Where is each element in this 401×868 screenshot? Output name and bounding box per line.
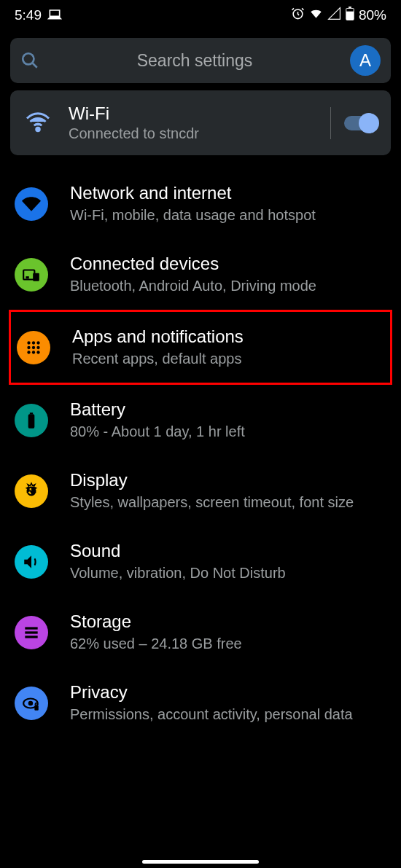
status-time: 5:49 [15, 7, 42, 23]
svg-point-12 [27, 345, 30, 348]
wifi-status-icon [309, 7, 323, 24]
settings-item-display[interactable]: Display Styles, wallpapers, screen timeo… [0, 455, 401, 526]
wifi-icon [25, 109, 54, 138]
search-bar[interactable]: Search settings A [10, 38, 391, 83]
item-subtitle: Volume, vibration, Do Not Disturb [70, 563, 386, 582]
svg-point-11 [36, 341, 39, 344]
item-subtitle: Recent apps, default apps [72, 349, 384, 368]
network-icon [15, 187, 48, 221]
svg-rect-19 [30, 413, 33, 414]
wifi-quick-card[interactable]: Wi-Fi Connected to stncdr [10, 90, 391, 155]
svg-rect-18 [28, 414, 35, 429]
item-title: Connected devices [70, 254, 386, 274]
apps-icon [17, 331, 50, 364]
battery-setting-icon [15, 404, 48, 437]
svg-point-16 [32, 351, 35, 353]
storage-icon [15, 616, 48, 649]
item-title: Storage [70, 611, 386, 632]
svg-point-10 [32, 341, 35, 344]
settings-item-network[interactable]: Network and internet Wi-Fi, mobile, data… [0, 168, 401, 239]
settings-list: Network and internet Wi-Fi, mobile, data… [0, 163, 401, 744]
avatar[interactable]: A [350, 45, 381, 76]
svg-rect-23 [25, 636, 37, 638]
display-icon [15, 474, 48, 508]
svg-rect-8 [26, 276, 28, 278]
svg-rect-26 [34, 705, 38, 711]
wifi-title: Wi-Fi [69, 103, 317, 124]
svg-rect-2 [349, 7, 351, 8]
highlight-box: Apps and notifications Recent apps, defa… [9, 310, 392, 385]
svg-point-13 [32, 345, 35, 348]
svg-point-5 [36, 128, 40, 131]
privacy-icon [15, 687, 48, 720]
svg-rect-3 [346, 9, 354, 12]
item-title: Privacy [70, 682, 386, 703]
item-subtitle: 62% used – 24.18 GB free [70, 634, 386, 653]
status-right: 80% [291, 7, 386, 24]
item-subtitle: 80% - About 1 day, 1 hr left [70, 422, 386, 441]
sound-icon [15, 545, 48, 579]
settings-item-connected-devices[interactable]: Connected devices Bluetooth, Android Aut… [0, 239, 401, 310]
laptop-icon [47, 7, 62, 25]
svg-point-17 [36, 351, 39, 353]
settings-item-battery[interactable]: Battery 80% - About 1 day, 1 hr left [0, 385, 401, 455]
settings-item-sound[interactable]: Sound Volume, vibration, Do Not Disturb [0, 526, 401, 597]
avatar-letter: A [359, 50, 371, 71]
svg-point-4 [23, 53, 34, 64]
toggle-thumb [359, 113, 379, 133]
search-icon [20, 51, 39, 70]
settings-item-apps[interactable]: Apps and notifications Recent apps, defa… [11, 312, 390, 383]
item-subtitle: Styles, wallpapers, screen timeout, font… [70, 493, 386, 512]
svg-rect-7 [33, 273, 39, 281]
svg-rect-21 [25, 627, 37, 629]
svg-point-14 [36, 345, 39, 348]
divider [330, 107, 331, 139]
alarm-icon [291, 7, 305, 24]
item-title: Apps and notifications [72, 327, 384, 347]
devices-icon [15, 258, 48, 292]
signal-icon [327, 7, 341, 24]
battery-icon [346, 7, 354, 24]
item-subtitle: Permissions, account activity, personal … [70, 705, 386, 724]
item-title: Battery [70, 399, 386, 420]
settings-item-privacy[interactable]: Privacy Permissions, account activity, p… [0, 668, 401, 738]
nav-home-indicator[interactable] [142, 860, 259, 864]
svg-point-9 [27, 341, 30, 344]
item-title: Display [70, 470, 386, 490]
item-title: Sound [70, 541, 386, 561]
search-placeholder: Search settings [39, 51, 350, 71]
settings-item-storage[interactable]: Storage 62% used – 24.18 GB free [0, 597, 401, 668]
battery-percent: 80% [359, 7, 386, 23]
wifi-card-text: Wi-Fi Connected to stncdr [69, 103, 317, 142]
status-left: 5:49 [15, 7, 62, 25]
svg-point-25 [28, 700, 34, 705]
wifi-subtitle: Connected to stncdr [69, 125, 317, 142]
item-subtitle: Wi-Fi, mobile, data usage and hotspot [70, 206, 386, 224]
status-bar: 5:49 80% [0, 0, 401, 31]
svg-rect-22 [25, 631, 37, 633]
wifi-toggle[interactable] [344, 116, 376, 130]
item-title: Network and internet [70, 183, 386, 203]
svg-point-15 [27, 351, 30, 353]
item-subtitle: Bluetooth, Android Auto, Driving mode [70, 276, 386, 295]
